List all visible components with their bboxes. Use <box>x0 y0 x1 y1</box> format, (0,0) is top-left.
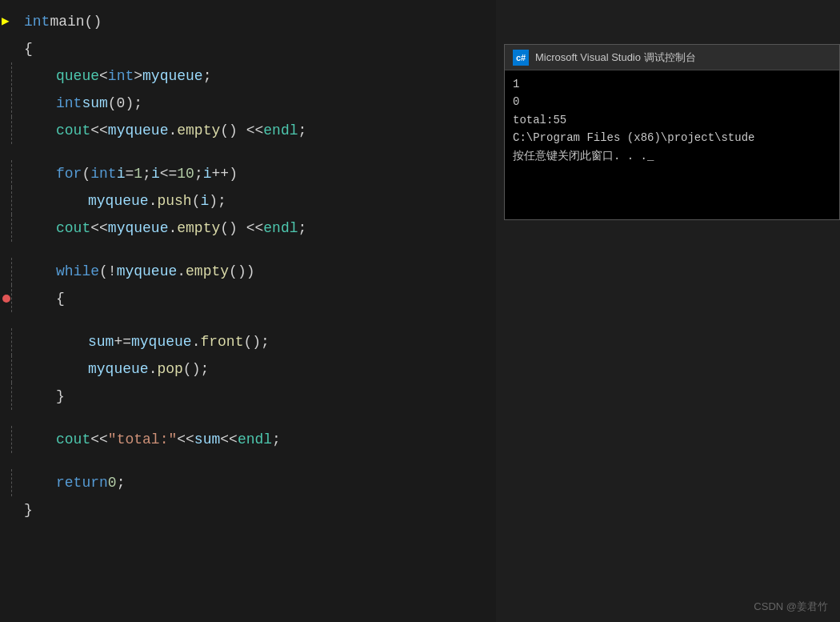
console-titlebar: c# Microsoft Visual Studio 调试控制台 <box>505 45 839 70</box>
code-editor: ▶int main(){queue<int> myqueue;int sum(0… <box>0 0 496 622</box>
code-line <box>0 410 496 426</box>
console-window[interactable]: c# Microsoft Visual Studio 调试控制台 10total… <box>504 44 840 220</box>
code-line: queue<int> myqueue; <box>0 62 496 90</box>
code-line <box>0 453 496 469</box>
code-line: while (!myqueue.empty()) <box>0 258 496 285</box>
code-line <box>0 144 496 160</box>
code-line: return 0; <box>0 469 496 496</box>
console-output-line: C:\Program Files (x86)\project\stude <box>513 129 831 146</box>
code-line: } <box>0 383 496 410</box>
console-output-line: 按任意键关闭此窗口. . ._ <box>513 147 831 165</box>
console-body: 10total:55C:\Program Files (x86)\project… <box>505 70 839 170</box>
code-line: { <box>0 285 496 312</box>
code-line: ▶int main() <box>0 8 496 35</box>
code-line: sum += myqueue.front(); <box>0 328 496 355</box>
code-line: myqueue.pop(); <box>0 355 496 383</box>
code-line: for (int i = 1; i <= 10; i++) <box>0 160 496 187</box>
code-line: int sum(0); <box>0 90 496 117</box>
code-line: myqueue.push(i); <box>0 187 496 215</box>
code-line: { <box>0 35 496 62</box>
console-output-line: 0 <box>513 93 831 110</box>
code-line: } <box>0 496 496 524</box>
code-line <box>0 312 496 328</box>
console-output-line: 1 <box>513 75 831 93</box>
code-line: cout << myqueue.empty() << endl; <box>0 215 496 242</box>
console-output-line: total:55 <box>513 111 831 129</box>
watermark: CSDN @姜君竹 <box>754 600 828 614</box>
code-line <box>0 242 496 258</box>
console-icon: c# <box>513 50 529 66</box>
code-line: cout << myqueue.empty() << endl; <box>0 117 496 144</box>
code-line: cout << "total:" << sum << endl; <box>0 426 496 453</box>
console-title: Microsoft Visual Studio 调试控制台 <box>535 50 696 65</box>
